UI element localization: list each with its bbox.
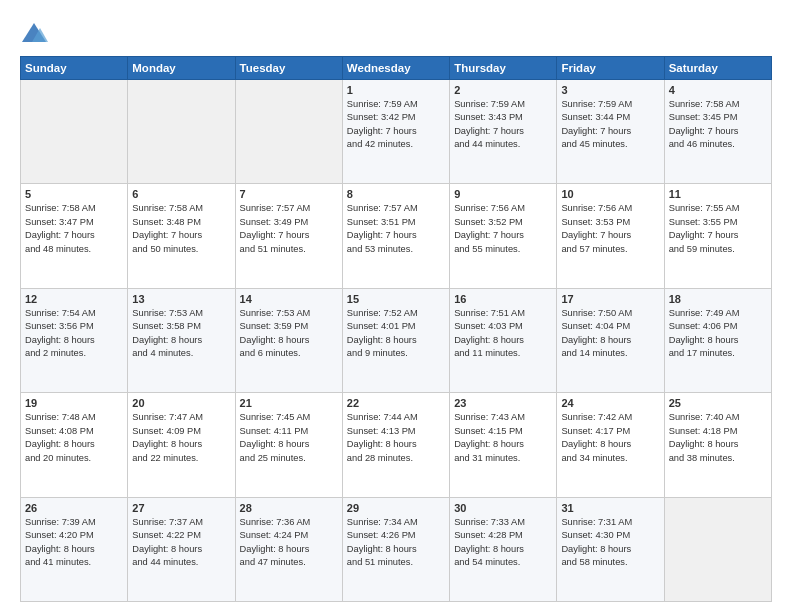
calendar-cell: 10Sunrise: 7:56 AMSunset: 3:53 PMDayligh…: [557, 184, 664, 288]
day-info: Sunrise: 7:40 AMSunset: 4:18 PMDaylight:…: [669, 411, 767, 465]
day-number: 21: [240, 397, 338, 409]
day-number: 24: [561, 397, 659, 409]
day-info: Sunrise: 7:54 AMSunset: 3:56 PMDaylight:…: [25, 307, 123, 361]
day-number: 1: [347, 84, 445, 96]
calendar-table: SundayMondayTuesdayWednesdayThursdayFrid…: [20, 56, 772, 602]
day-number: 4: [669, 84, 767, 96]
calendar-week-row: 19Sunrise: 7:48 AMSunset: 4:08 PMDayligh…: [21, 393, 772, 497]
day-info: Sunrise: 7:59 AMSunset: 3:42 PMDaylight:…: [347, 98, 445, 152]
day-info: Sunrise: 7:43 AMSunset: 4:15 PMDaylight:…: [454, 411, 552, 465]
calendar-week-row: 5Sunrise: 7:58 AMSunset: 3:47 PMDaylight…: [21, 184, 772, 288]
calendar-cell: 11Sunrise: 7:55 AMSunset: 3:55 PMDayligh…: [664, 184, 771, 288]
day-info: Sunrise: 7:59 AMSunset: 3:43 PMDaylight:…: [454, 98, 552, 152]
header: [20, 16, 772, 48]
day-info: Sunrise: 7:53 AMSunset: 3:59 PMDaylight:…: [240, 307, 338, 361]
day-number: 3: [561, 84, 659, 96]
day-info: Sunrise: 7:58 AMSunset: 3:45 PMDaylight:…: [669, 98, 767, 152]
calendar-week-row: 26Sunrise: 7:39 AMSunset: 4:20 PMDayligh…: [21, 497, 772, 601]
day-number: 18: [669, 293, 767, 305]
weekday-header-wednesday: Wednesday: [342, 57, 449, 80]
calendar-cell: 15Sunrise: 7:52 AMSunset: 4:01 PMDayligh…: [342, 288, 449, 392]
calendar-body: 1Sunrise: 7:59 AMSunset: 3:42 PMDaylight…: [21, 80, 772, 602]
day-number: 12: [25, 293, 123, 305]
day-info: Sunrise: 7:56 AMSunset: 3:53 PMDaylight:…: [561, 202, 659, 256]
day-info: Sunrise: 7:48 AMSunset: 4:08 PMDaylight:…: [25, 411, 123, 465]
day-info: Sunrise: 7:36 AMSunset: 4:24 PMDaylight:…: [240, 516, 338, 570]
calendar-cell: 17Sunrise: 7:50 AMSunset: 4:04 PMDayligh…: [557, 288, 664, 392]
day-info: Sunrise: 7:59 AMSunset: 3:44 PMDaylight:…: [561, 98, 659, 152]
day-number: 7: [240, 188, 338, 200]
calendar-week-row: 12Sunrise: 7:54 AMSunset: 3:56 PMDayligh…: [21, 288, 772, 392]
day-info: Sunrise: 7:58 AMSunset: 3:48 PMDaylight:…: [132, 202, 230, 256]
day-number: 10: [561, 188, 659, 200]
day-info: Sunrise: 7:57 AMSunset: 3:49 PMDaylight:…: [240, 202, 338, 256]
calendar-cell: 16Sunrise: 7:51 AMSunset: 4:03 PMDayligh…: [450, 288, 557, 392]
calendar-cell: 29Sunrise: 7:34 AMSunset: 4:26 PMDayligh…: [342, 497, 449, 601]
day-info: Sunrise: 7:37 AMSunset: 4:22 PMDaylight:…: [132, 516, 230, 570]
calendar-cell: 20Sunrise: 7:47 AMSunset: 4:09 PMDayligh…: [128, 393, 235, 497]
day-info: Sunrise: 7:45 AMSunset: 4:11 PMDaylight:…: [240, 411, 338, 465]
weekday-header-friday: Friday: [557, 57, 664, 80]
calendar-cell: [235, 80, 342, 184]
calendar-cell: 19Sunrise: 7:48 AMSunset: 4:08 PMDayligh…: [21, 393, 128, 497]
day-number: 31: [561, 502, 659, 514]
page: SundayMondayTuesdayWednesdayThursdayFrid…: [0, 0, 792, 612]
calendar-cell: [128, 80, 235, 184]
day-info: Sunrise: 7:57 AMSunset: 3:51 PMDaylight:…: [347, 202, 445, 256]
day-info: Sunrise: 7:56 AMSunset: 3:52 PMDaylight:…: [454, 202, 552, 256]
day-info: Sunrise: 7:42 AMSunset: 4:17 PMDaylight:…: [561, 411, 659, 465]
calendar-cell: 4Sunrise: 7:58 AMSunset: 3:45 PMDaylight…: [664, 80, 771, 184]
day-number: 13: [132, 293, 230, 305]
calendar-cell: 24Sunrise: 7:42 AMSunset: 4:17 PMDayligh…: [557, 393, 664, 497]
day-info: Sunrise: 7:53 AMSunset: 3:58 PMDaylight:…: [132, 307, 230, 361]
day-info: Sunrise: 7:49 AMSunset: 4:06 PMDaylight:…: [669, 307, 767, 361]
day-info: Sunrise: 7:34 AMSunset: 4:26 PMDaylight:…: [347, 516, 445, 570]
day-number: 23: [454, 397, 552, 409]
day-number: 2: [454, 84, 552, 96]
calendar-cell: 21Sunrise: 7:45 AMSunset: 4:11 PMDayligh…: [235, 393, 342, 497]
calendar-cell: 22Sunrise: 7:44 AMSunset: 4:13 PMDayligh…: [342, 393, 449, 497]
day-number: 11: [669, 188, 767, 200]
day-number: 27: [132, 502, 230, 514]
calendar-header: SundayMondayTuesdayWednesdayThursdayFrid…: [21, 57, 772, 80]
calendar-cell: 6Sunrise: 7:58 AMSunset: 3:48 PMDaylight…: [128, 184, 235, 288]
calendar-cell: 7Sunrise: 7:57 AMSunset: 3:49 PMDaylight…: [235, 184, 342, 288]
calendar-cell: [21, 80, 128, 184]
day-info: Sunrise: 7:55 AMSunset: 3:55 PMDaylight:…: [669, 202, 767, 256]
day-number: 25: [669, 397, 767, 409]
calendar-cell: 18Sunrise: 7:49 AMSunset: 4:06 PMDayligh…: [664, 288, 771, 392]
logo-icon: [20, 20, 48, 48]
calendar-week-row: 1Sunrise: 7:59 AMSunset: 3:42 PMDaylight…: [21, 80, 772, 184]
day-info: Sunrise: 7:44 AMSunset: 4:13 PMDaylight:…: [347, 411, 445, 465]
calendar-cell: 27Sunrise: 7:37 AMSunset: 4:22 PMDayligh…: [128, 497, 235, 601]
day-info: Sunrise: 7:39 AMSunset: 4:20 PMDaylight:…: [25, 516, 123, 570]
calendar-cell: 8Sunrise: 7:57 AMSunset: 3:51 PMDaylight…: [342, 184, 449, 288]
day-number: 22: [347, 397, 445, 409]
day-number: 5: [25, 188, 123, 200]
day-number: 28: [240, 502, 338, 514]
day-info: Sunrise: 7:31 AMSunset: 4:30 PMDaylight:…: [561, 516, 659, 570]
day-number: 9: [454, 188, 552, 200]
day-info: Sunrise: 7:51 AMSunset: 4:03 PMDaylight:…: [454, 307, 552, 361]
calendar-cell: 9Sunrise: 7:56 AMSunset: 3:52 PMDaylight…: [450, 184, 557, 288]
day-number: 26: [25, 502, 123, 514]
calendar-cell: [664, 497, 771, 601]
day-number: 8: [347, 188, 445, 200]
day-info: Sunrise: 7:58 AMSunset: 3:47 PMDaylight:…: [25, 202, 123, 256]
calendar-cell: 12Sunrise: 7:54 AMSunset: 3:56 PMDayligh…: [21, 288, 128, 392]
day-number: 14: [240, 293, 338, 305]
calendar-cell: 2Sunrise: 7:59 AMSunset: 3:43 PMDaylight…: [450, 80, 557, 184]
calendar-cell: 30Sunrise: 7:33 AMSunset: 4:28 PMDayligh…: [450, 497, 557, 601]
day-number: 30: [454, 502, 552, 514]
day-number: 6: [132, 188, 230, 200]
calendar-cell: 26Sunrise: 7:39 AMSunset: 4:20 PMDayligh…: [21, 497, 128, 601]
day-number: 29: [347, 502, 445, 514]
calendar-cell: 28Sunrise: 7:36 AMSunset: 4:24 PMDayligh…: [235, 497, 342, 601]
weekday-header-row: SundayMondayTuesdayWednesdayThursdayFrid…: [21, 57, 772, 80]
calendar-cell: 1Sunrise: 7:59 AMSunset: 3:42 PMDaylight…: [342, 80, 449, 184]
day-info: Sunrise: 7:33 AMSunset: 4:28 PMDaylight:…: [454, 516, 552, 570]
day-number: 19: [25, 397, 123, 409]
calendar-cell: 25Sunrise: 7:40 AMSunset: 4:18 PMDayligh…: [664, 393, 771, 497]
day-number: 15: [347, 293, 445, 305]
logo: [20, 20, 52, 48]
